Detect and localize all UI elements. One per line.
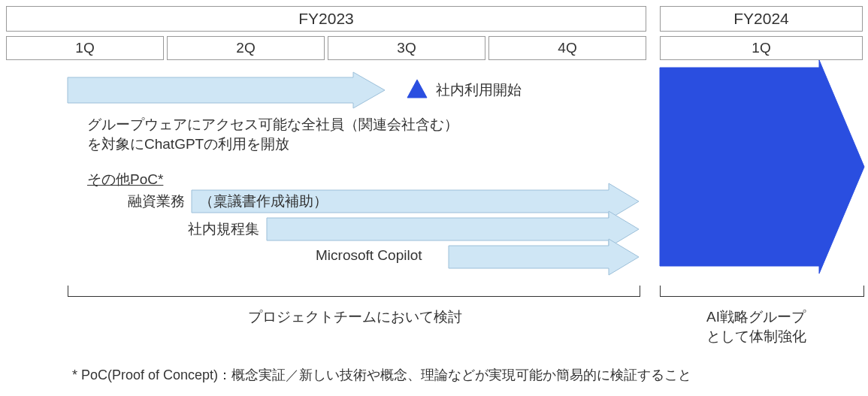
milestone-triangle-icon — [407, 80, 427, 98]
poc1-inside-label: （稟議書作成補助） — [199, 192, 328, 211]
arrow-poc-copilot — [449, 239, 639, 275]
poc1-left-label: 融資業務 — [128, 192, 185, 211]
bracket2-label-b: として体制強化 — [706, 326, 806, 347]
milestone-label: 社内利用開始 — [436, 80, 522, 101]
poc-section-title: その他PoC* — [87, 169, 163, 190]
arrow-chatgpt-rollout — [68, 72, 385, 108]
arrow-poc-rules — [267, 211, 639, 247]
poc2-left-label: 社内規程集 — [188, 219, 259, 239]
bracket1-label: プロジェクトチームにおいて検討 — [248, 307, 462, 328]
bracket-fy2024 — [660, 286, 864, 297]
bracket2-label-a: AI戦略グループ — [706, 307, 806, 328]
footnote: * PoC(Proof of Concept)：概念実証／新しい技術や概念、理論… — [72, 365, 691, 385]
timeline-diagram: FY2023 FY2024 1Q 2Q 3Q 4Q 1Q 社内利用開始 グループ… — [0, 0, 868, 396]
desc-line1: グループウェアにアクセス可能な全社員（関連会社含む） — [87, 114, 458, 135]
poc3-left-label: Microsoft Copilot — [316, 247, 422, 264]
arrow-fy2024-big — [660, 60, 864, 274]
bracket-fy2023 — [68, 286, 640, 297]
desc-line2: を対象にChatGPTの利用を開放 — [87, 134, 289, 155]
